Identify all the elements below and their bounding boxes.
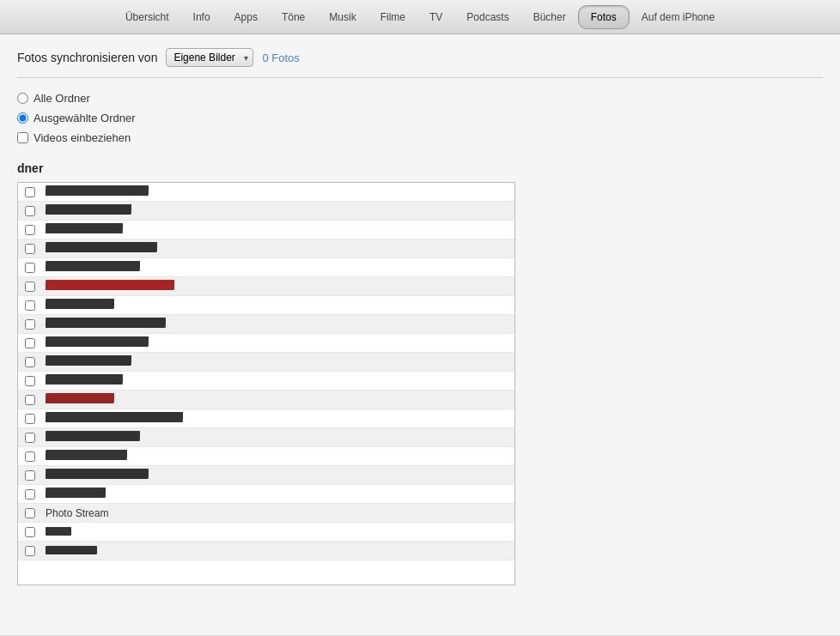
- nav-ubersicht[interactable]: Übersicht: [113, 6, 181, 28]
- list-item: [18, 258, 514, 277]
- videos-label[interactable]: Videos einbeziehen: [33, 131, 131, 144]
- folder-checkbox[interactable]: [25, 206, 35, 216]
- ausgewahlte-ordner-option: Ausgewählte Ordner: [17, 112, 823, 124]
- folder-checkbox[interactable]: [25, 395, 35, 405]
- list-item: [18, 296, 514, 315]
- nav-tone[interactable]: Töne: [270, 6, 317, 28]
- nav-auf-dem-iphone[interactable]: Auf dem iPhone: [630, 6, 727, 28]
- folder-name: [46, 469, 149, 482]
- alle-ordner-radio[interactable]: [17, 93, 28, 104]
- list-item: [18, 353, 514, 372]
- list-item: [18, 239, 514, 258]
- folder-checkbox[interactable]: [25, 300, 35, 311]
- list-item: [18, 315, 514, 334]
- nav-info[interactable]: Info: [181, 6, 222, 28]
- navigation-bar: Übersicht Info Apps Töne Musik Filme TV …: [0, 0, 840, 34]
- ausgewahlte-ordner-radio[interactable]: [17, 112, 28, 124]
- list-item: [18, 277, 514, 296]
- folder-name: [46, 336, 149, 349]
- videos-checkbox[interactable]: [17, 132, 28, 143]
- folder-name: [46, 185, 149, 198]
- folder-name: [46, 526, 71, 538]
- nav-tv[interactable]: TV: [417, 6, 454, 28]
- list-item: Photo Stream: [18, 504, 514, 523]
- list-item: [18, 428, 514, 447]
- ordner-title: dner: [17, 161, 823, 175]
- folder-list[interactable]: Photo Stream: [18, 183, 514, 585]
- folder-checkbox[interactable]: [25, 263, 35, 273]
- sync-source-wrapper: Eigene Bilder: [166, 48, 253, 67]
- folder-checkbox[interactable]: [25, 489, 35, 500]
- ausgewahlte-ordner-label[interactable]: Ausgewählte Ordner: [33, 112, 136, 124]
- list-item: [18, 447, 514, 466]
- sync-source-dropdown[interactable]: Eigene Bilder: [166, 48, 253, 67]
- ordner-section: dner: [17, 161, 823, 585]
- photo-count: 0 Fotos: [262, 51, 299, 64]
- list-item: [18, 523, 514, 542]
- folder-checkbox[interactable]: [25, 546, 35, 556]
- videos-option: Videos einbeziehen: [17, 131, 823, 144]
- folder-checkbox[interactable]: [25, 225, 35, 235]
- folder-name: [46, 223, 123, 236]
- folder-checkbox[interactable]: [25, 338, 35, 348]
- options-section: Alle Ordner Ausgewählte Ordner Videos ei…: [17, 92, 823, 144]
- folder-name: [46, 280, 174, 293]
- list-item: [18, 466, 514, 485]
- list-item: [18, 372, 514, 391]
- nav-filme[interactable]: Filme: [368, 6, 417, 28]
- sync-header: Fotos synchronisieren von Eigene Bilder …: [17, 48, 823, 78]
- folder-list-container: Photo Stream: [17, 182, 515, 585]
- folder-checkbox[interactable]: [25, 244, 35, 254]
- folder-name: [46, 374, 123, 387]
- folder-checkbox[interactable]: [25, 433, 35, 443]
- folder-name: [46, 318, 166, 330]
- folder-checkbox[interactable]: [25, 508, 35, 518]
- list-item: [18, 202, 514, 221]
- folder-checkbox[interactable]: [25, 451, 35, 462]
- nav-musik[interactable]: Musik: [317, 6, 368, 28]
- folder-name: [46, 299, 114, 312]
- folder-checkbox[interactable]: [25, 187, 35, 197]
- list-item: [18, 485, 514, 504]
- folder-checkbox[interactable]: [25, 357, 35, 367]
- folder-checkbox[interactable]: [25, 376, 35, 386]
- list-item: [18, 391, 514, 409]
- list-item: [18, 221, 514, 239]
- alle-ordner-label[interactable]: Alle Ordner: [33, 92, 90, 105]
- folder-checkbox[interactable]: [25, 414, 35, 424]
- folder-name: [46, 431, 140, 444]
- nav-bucher[interactable]: Bücher: [521, 6, 578, 28]
- sync-title: Fotos synchronisieren von: [17, 51, 157, 64]
- list-item: [18, 542, 514, 560]
- folder-name: [46, 204, 131, 217]
- folder-name: [46, 450, 127, 463]
- list-item: [18, 409, 514, 428]
- folder-name: [46, 393, 114, 406]
- list-item: [18, 334, 514, 353]
- alle-ordner-option: Alle Ordner: [17, 92, 823, 105]
- folder-name: Photo Stream: [46, 507, 108, 519]
- folder-name: [46, 488, 106, 500]
- folder-checkbox[interactable]: [25, 319, 35, 330]
- nav-podcasts[interactable]: Podcasts: [454, 6, 520, 28]
- main-content: Fotos synchronisieren von Eigene Bilder …: [0, 34, 840, 635]
- folder-checkbox[interactable]: [25, 282, 35, 292]
- list-item: [18, 183, 514, 202]
- folder-name: [46, 355, 131, 368]
- nav-fotos[interactable]: Fotos: [578, 5, 630, 29]
- folder-name: [46, 412, 183, 425]
- folder-checkbox[interactable]: [25, 527, 35, 537]
- folder-name: [46, 242, 157, 255]
- folder-checkbox[interactable]: [25, 470, 35, 481]
- folder-name: [46, 261, 140, 274]
- nav-apps[interactable]: Apps: [222, 6, 270, 28]
- folder-name: [46, 545, 97, 557]
